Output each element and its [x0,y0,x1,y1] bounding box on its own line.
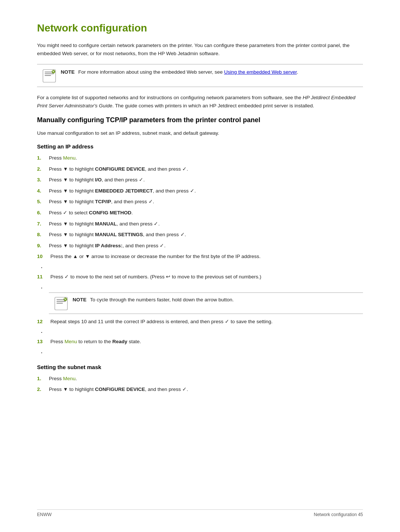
setting-ip-title: Setting an IP address [37,143,363,150]
intro-paragraph: You might need to configure certain netw… [37,41,363,57]
table-row: 3. Press ▼ to highlight I/O, and then pr… [37,176,363,184]
table-row: 4. Press ▼ to highlight EMBEDDED JETDIRE… [37,187,363,195]
note-text-2: To cycle through the numbers faster, hol… [90,297,234,302]
table-row: 6. Press ✓ to select CONFIG METHOD. [37,209,363,217]
step-text: Press ▼ to highlight I/O, and then press… [49,176,363,184]
table-row: 9. Press ▼ to highlight IP Address:, and… [37,242,363,250]
step-number: 6. [37,209,49,217]
note-content-2: NOTE To cycle through the numbers faster… [73,296,234,304]
menu-link-1[interactable]: Menu [63,155,76,161]
page: Network configuration You might need to … [0,0,400,532]
step-number: 13 [37,338,50,346]
table-row: 11 Press ✓ to move to the next set of nu… [37,273,363,281]
menu-link-13[interactable]: Menu [64,339,77,344]
table-row: 13 Press Menu to return to the Ready sta… [37,338,363,346]
step-dot-12: . [41,327,363,335]
svg-rect-8 [57,301,66,302]
step-number: 1. [37,375,49,383]
note-link-1[interactable]: Using the embedded Web server [224,69,297,75]
step-text: Press Menu. [49,375,363,383]
steps-subnet-list: 1. Press Menu. 2. Press ▼ to highlight C… [37,375,363,394]
step-number: 8. [37,231,49,239]
subsection-title-1: Manually configuring TCP/IP parameters f… [37,116,363,124]
step-text: Repeat steps 10 and 11 until the correct… [50,318,363,326]
table-row: 1. Press Menu. [37,375,363,383]
table-row: 7. Press ▼ to highlight MANUAL, and then… [37,220,363,228]
footer-right: Network configuration 45 [314,512,363,517]
setting-subnet-title: Setting the subnet mask [37,364,363,370]
step-number: 3. [37,176,49,184]
step-number: 10 [37,252,50,261]
svg-text:✎: ✎ [52,71,54,73]
step-number: 11 [37,273,50,281]
step-text: Press ▼ to highlight MANUAL, and then pr… [49,220,363,228]
step-dot-10: . [41,262,363,270]
step-number: 5. [37,198,49,206]
step-text: Press ▼ to highlight TCP/IP, and then pr… [49,198,363,206]
step-number: 2. [37,385,49,394]
step-text: Press ▼ to highlight MANUAL SETTINGS, an… [49,231,363,239]
note-icon: ✎ [42,69,56,83]
page-footer: ENWW Network configuration 45 [37,509,363,517]
step-text: Press ▼ to highlight EMBEDDED JETDIRECT,… [49,187,363,195]
table-row: 5. Press ▼ to highlight TCP/IP, and then… [37,198,363,206]
step-number: 4. [37,187,49,195]
steps-ip-list: 1. Press Menu. 2. Press ▼ to highlight C… [37,154,363,250]
step-text: Press ▼ to highlight CONFIGURE DEVICE, a… [49,385,363,394]
note-label-2: NOTE [73,297,87,302]
table-row: 12 Repeat steps 10 and 11 until the corr… [37,318,363,326]
step-text: Press Menu. [49,154,363,162]
note-icon-2: ✎ [54,297,68,311]
note-box-2: ✎ NOTE To cycle through the numbers fast… [49,292,363,314]
page-title: Network configuration [37,22,363,34]
section-paragraph-1: For a complete list of supported network… [37,94,363,110]
note-box-1: ✎ NOTE For more information about using … [37,64,363,87]
step-text: Press ▼ to highlight CONFIGURE DEVICE, a… [49,165,363,173]
svg-rect-2 [45,74,54,74]
step-dot-13: . [41,347,363,355]
step-text: Press ▼ to highlight IP Address:, and th… [49,242,363,250]
svg-rect-3 [45,75,51,76]
svg-text:✎: ✎ [64,298,66,301]
table-row: 2. Press ▼ to highlight CONFIGURE DEVICE… [37,385,363,394]
note-text-1: For more information about using the emb… [78,69,224,75]
table-row: 10 Press the ▲ or ▼ arrow to increase or… [37,252,363,261]
table-row: 2. Press ▼ to highlight CONFIGURE DEVICE… [37,165,363,173]
step-text: Press ✓ to select CONFIG METHOD. [49,209,363,217]
note-content-1: NOTE For more information about using th… [61,68,298,76]
step-text: Press the ▲ or ▼ arrow to increase or de… [50,252,363,261]
step-number: 12 [37,318,50,326]
step-text: Press Menu to return to the Ready state. [50,338,363,346]
svg-rect-9 [57,303,63,304]
step-number: 9. [37,242,49,250]
step-dot-11: . [41,282,363,290]
footer-left: ENWW [37,512,51,517]
step-number: 7. [37,220,49,228]
manual-config-text: Use manual configuration to set an IP ad… [37,129,363,137]
step-number: 1. [37,154,49,162]
table-row: 1. Press Menu. [37,154,363,162]
step-number: 2. [37,165,49,173]
step-text: Press ✓ to move to the next set of numbe… [50,273,363,281]
menu-link-subnet-1[interactable]: Menu [63,376,76,381]
table-row: 8. Press ▼ to highlight MANUAL SETTINGS,… [37,231,363,239]
note-label-1: NOTE [61,69,75,75]
